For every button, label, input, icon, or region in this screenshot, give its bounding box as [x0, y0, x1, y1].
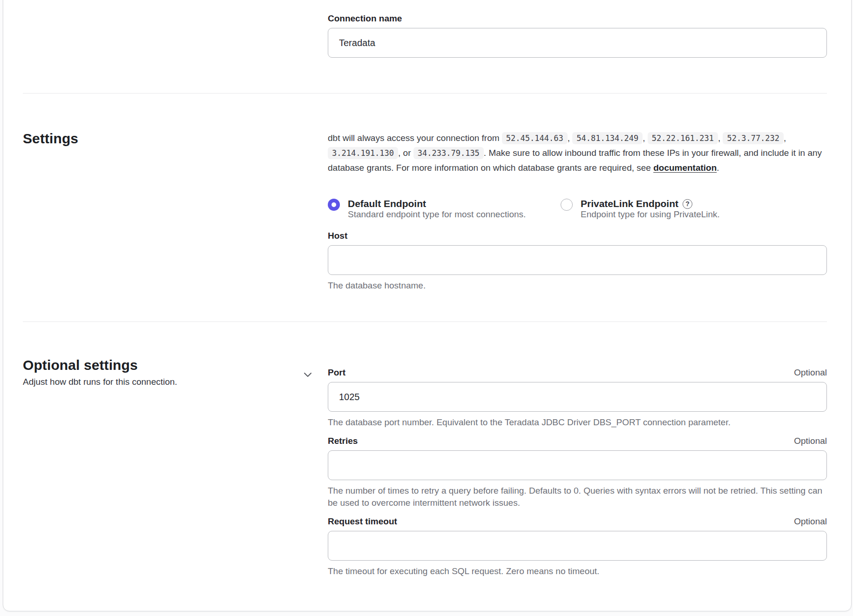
optional-badge: Optional	[794, 368, 827, 378]
request-timeout-label: Request timeout	[328, 516, 397, 527]
ip-separator: ,	[643, 133, 645, 143]
radio-default-endpoint-icon[interactable]	[328, 199, 340, 211]
retries-label: Retries	[328, 436, 358, 446]
optional-badge: Optional	[794, 516, 827, 527]
ip-allowlist-paragraph: dbt will always access your connection f…	[328, 131, 827, 175]
settings-heading: Settings	[23, 131, 328, 147]
default-endpoint-label: Default Endpoint	[348, 198, 526, 209]
ip-paragraph-intro: dbt will always access your connection f…	[328, 133, 500, 143]
help-icon[interactable]: ?	[683, 199, 692, 209]
chevron-down-icon[interactable]	[302, 368, 314, 381]
port-helper-text: The database port number. Equivalent to …	[328, 416, 827, 429]
ip-address-chip: 52.22.161.231	[648, 132, 718, 144]
endpoint-type-radio-group: Default Endpoint Standard endpoint type …	[328, 198, 827, 220]
ip-separator: ,	[718, 133, 720, 143]
host-helper-text: The database hostname.	[328, 280, 827, 292]
radio-option-default-endpoint[interactable]: Default Endpoint Standard endpoint type …	[328, 198, 561, 220]
paragraph-period: .	[717, 163, 719, 173]
optional-badge: Optional	[794, 436, 827, 446]
ip-address-chip: 52.45.144.63	[502, 132, 568, 144]
optional-settings-subtitle: Adjust how dbt runs for this connection.	[23, 377, 328, 387]
ip-separator: ,	[784, 133, 786, 143]
optional-settings-section: Optional settings Adjust how dbt runs fo…	[23, 322, 827, 596]
radio-privatelink-endpoint-icon[interactable]	[561, 199, 573, 211]
connection-name-section: Connection name	[23, 0, 827, 58]
connection-name-input[interactable]	[328, 28, 827, 58]
documentation-link[interactable]: documentation	[653, 163, 717, 173]
host-input[interactable]	[328, 245, 827, 275]
default-endpoint-description: Standard endpoint type for most connecti…	[348, 209, 526, 219]
settings-section: Settings dbt will always access your con…	[23, 94, 827, 292]
privatelink-endpoint-description: Endpoint type for using PrivateLink.	[581, 209, 720, 219]
radio-option-privatelink-endpoint[interactable]: PrivateLink Endpoint ? Endpoint type for…	[561, 198, 720, 220]
ip-address-chip: 54.81.134.249	[572, 132, 643, 144]
port-label: Port	[328, 368, 345, 378]
connection-settings-card: Connection name Settings dbt will always…	[3, 0, 852, 611]
request-timeout-helper-text: The timeout for executing each SQL reque…	[328, 565, 827, 577]
ip-address-chip: 34.233.79.135	[413, 147, 484, 159]
ip-separator: ,	[568, 133, 570, 143]
connection-name-label: Connection name	[328, 13, 402, 24]
port-input[interactable]	[328, 382, 827, 412]
host-label: Host	[328, 231, 347, 241]
request-timeout-input[interactable]	[328, 531, 827, 561]
privatelink-endpoint-label: PrivateLink Endpoint	[581, 198, 678, 209]
ip-address-chip: 52.3.77.232	[723, 132, 784, 144]
retries-input[interactable]	[328, 450, 827, 480]
retries-helper-text: The number of times to retry a query bef…	[328, 485, 827, 509]
optional-settings-heading: Optional settings	[23, 357, 328, 373]
ip-address-chip: 3.214.191.130	[328, 147, 398, 159]
ip-separator-or: , or	[398, 148, 411, 158]
